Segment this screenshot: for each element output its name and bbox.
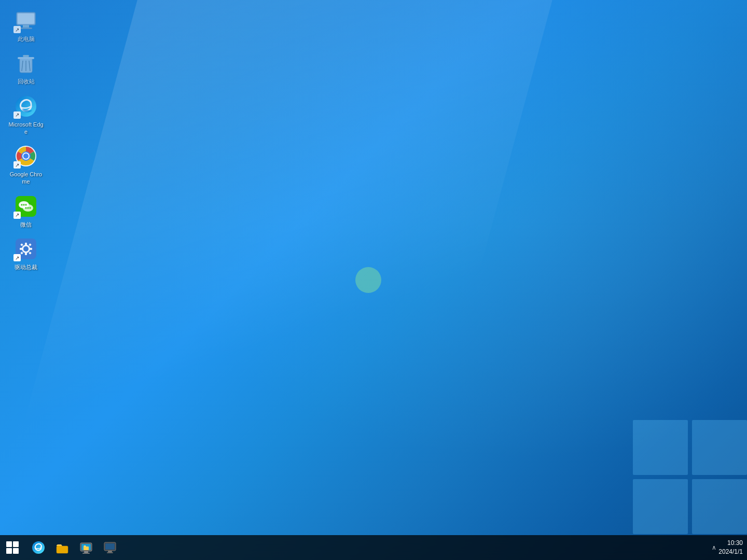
svg-point-27: [23, 246, 29, 251]
svg-rect-42: [82, 553, 90, 554]
svg-rect-47: [107, 552, 113, 553]
svg-rect-30: [20, 248, 22, 250]
recycle-bin-icon: [13, 51, 38, 76]
svg-point-22: [25, 207, 27, 208]
shortcut-badge-driver: ↗: [13, 254, 21, 261]
svg-point-36: [32, 541, 45, 554]
my-computer-icon: ↗: [13, 8, 38, 33]
svg-rect-1: [18, 13, 34, 24]
svg-rect-6: [18, 57, 34, 59]
taskbar-folder-icon: [56, 541, 69, 554]
svg-rect-43: [84, 547, 89, 550]
svg-rect-2: [23, 25, 29, 27]
svg-rect-28: [25, 243, 27, 245]
shortcut-badge-chrome: ↗: [13, 161, 21, 169]
desktop-icons-container: ↗ 此电脑 回收站: [5, 5, 47, 274]
time[interactable]: 10:30: [718, 539, 743, 548]
windows-logo-pane-tl: [633, 420, 688, 475]
desktop-icon-chrome[interactable]: ↗ Google Chrome: [5, 141, 47, 189]
svg-point-20: [23, 204, 25, 205]
svg-rect-48: [105, 543, 115, 550]
taskbar-explorer-icon: [79, 541, 93, 554]
desktop-icon-edge[interactable]: ↗ Microsoft Edge: [5, 91, 47, 139]
taskbar-file-explorer-button[interactable]: [51, 536, 74, 559]
cursor-indicator: [355, 267, 381, 293]
svg-point-19: [21, 204, 23, 205]
desktop-icon-recycle-bin[interactable]: 回收站: [5, 48, 47, 88]
start-icon: [6, 541, 19, 554]
shortcut-badge-edge: ↗: [13, 111, 21, 119]
svg-rect-46: [108, 551, 112, 552]
desktop-icon-driver[interactable]: ↗ 驱动总裁: [5, 233, 47, 274]
start-button[interactable]: [0, 535, 25, 560]
clock: 10:30 2024/1/1: [718, 539, 743, 556]
taskbar-edge-button[interactable]: [27, 536, 50, 559]
svg-rect-3: [20, 27, 32, 29]
start-icon-tr: [13, 541, 19, 547]
start-icon-bl: [6, 548, 12, 554]
svg-point-15: [23, 153, 29, 159]
svg-point-24: [30, 207, 31, 208]
shortcut-badge-wechat: ↗: [13, 212, 21, 219]
svg-rect-7: [23, 55, 29, 57]
wechat-icon: ↗: [13, 194, 38, 219]
desktop-icon-my-computer[interactable]: ↗ 此电脑: [5, 5, 47, 46]
start-icon-tl: [6, 541, 12, 547]
windows-logo-pane-tr: [692, 420, 747, 475]
desktop: ↗ 此电脑 回收站: [0, 0, 747, 560]
recycle-bin-label: 回收站: [18, 78, 35, 85]
taskbar-edge-icon: [32, 541, 45, 554]
edge-icon: ↗: [13, 94, 38, 119]
svg-rect-29: [25, 253, 27, 255]
windows-logo-pane-bl: [633, 479, 688, 534]
shortcut-badge-computer: ↗: [13, 26, 21, 33]
windows-logo-watermark: [633, 420, 747, 534]
system-tray-icons: ∧: [712, 544, 716, 551]
svg-point-21: [25, 204, 27, 205]
date[interactable]: 2024/1/1: [718, 548, 743, 556]
taskbar-items: [25, 535, 123, 560]
taskbar-monitor-button[interactable]: [99, 536, 121, 559]
taskbar-explorer-button[interactable]: [75, 536, 98, 559]
taskbar: ∧ 10:30 2024/1/1: [0, 535, 747, 560]
chrome-label: Google Chrome: [8, 171, 44, 186]
windows-logo-pane-br: [692, 479, 747, 534]
start-icon-br: [13, 548, 19, 554]
svg-rect-31: [30, 248, 32, 250]
edge-label: Microsoft Edge: [8, 121, 44, 136]
desktop-icon-wechat[interactable]: ↗ 微信: [5, 191, 47, 231]
driver-label: 驱动总裁: [15, 263, 37, 271]
svg-point-23: [27, 207, 29, 208]
my-computer-label: 此电脑: [18, 35, 35, 43]
taskbar-monitor-icon: [103, 541, 117, 554]
svg-rect-37: [57, 546, 68, 553]
chrome-icon: ↗: [13, 144, 38, 169]
svg-rect-4: [17, 24, 17, 25]
svg-rect-41: [84, 551, 88, 553]
taskbar-system-tray: ∧ 10:30 2024/1/1: [712, 539, 747, 556]
driver-icon: ↗: [13, 236, 38, 261]
wechat-label: 微信: [20, 221, 32, 228]
